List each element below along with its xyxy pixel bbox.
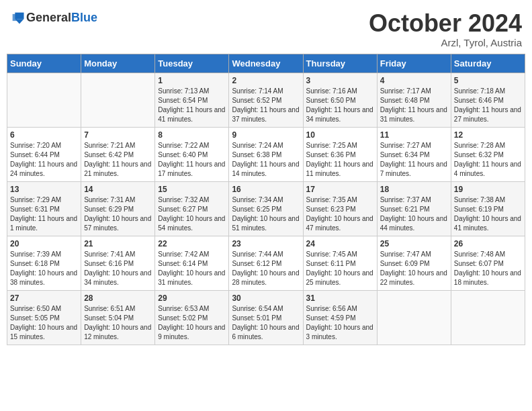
logo-blue: Blue	[71, 11, 97, 24]
day-number: 17	[306, 185, 374, 194]
cell-content: Sunrise: 7:29 AM Sunset: 6:31 PM Dayligh…	[10, 195, 78, 233]
cell-content: Sunrise: 7:13 AM Sunset: 6:54 PM Dayligh…	[158, 87, 226, 124]
cell-content: Sunrise: 6:53 AM Sunset: 5:02 PM Dayligh…	[158, 304, 226, 342]
day-number: 27	[10, 293, 78, 303]
day-number: 21	[84, 239, 152, 248]
calendar-cell: 6Sunrise: 7:20 AM Sunset: 6:44 PM Daylig…	[7, 127, 81, 181]
day-number: 15	[158, 185, 226, 194]
cell-content: Sunrise: 7:14 AM Sunset: 6:52 PM Dayligh…	[232, 87, 300, 124]
day-number: 5	[454, 76, 522, 85]
day-number: 6	[10, 130, 78, 140]
calendar-cell: 31Sunrise: 6:56 AM Sunset: 4:59 PM Dayli…	[303, 290, 377, 345]
cell-content: Sunrise: 7:48 AM Sunset: 6:07 PM Dayligh…	[454, 250, 522, 287]
cell-content: Sunrise: 7:21 AM Sunset: 6:42 PM Dayligh…	[84, 141, 152, 179]
cell-content: Sunrise: 7:18 AM Sunset: 6:46 PM Dayligh…	[454, 87, 522, 124]
day-number: 14	[84, 185, 152, 194]
day-number: 7	[84, 130, 152, 140]
calendar-cell: 14Sunrise: 7:31 AM Sunset: 6:29 PM Dayli…	[81, 181, 155, 236]
cell-content: Sunrise: 7:17 AM Sunset: 6:48 PM Dayligh…	[380, 87, 448, 124]
calendar-cell: 16Sunrise: 7:34 AM Sunset: 6:25 PM Dayli…	[229, 181, 303, 236]
calendar-cell: 28Sunrise: 6:51 AM Sunset: 5:04 PM Dayli…	[81, 290, 155, 345]
calendar-cell: 15Sunrise: 7:32 AM Sunset: 6:27 PM Dayli…	[155, 181, 229, 236]
calendar-cell: 13Sunrise: 7:29 AM Sunset: 6:31 PM Dayli…	[7, 181, 81, 236]
calendar-cell: 29Sunrise: 6:53 AM Sunset: 5:02 PM Dayli…	[155, 290, 229, 345]
calendar-week-row: 6Sunrise: 7:20 AM Sunset: 6:44 PM Daylig…	[7, 127, 525, 181]
cell-content: Sunrise: 6:56 AM Sunset: 4:59 PM Dayligh…	[306, 304, 374, 342]
cell-content: Sunrise: 7:20 AM Sunset: 6:44 PM Dayligh…	[10, 141, 78, 179]
day-number: 23	[232, 239, 300, 248]
logo: GeneralBlue	[10, 10, 97, 25]
calendar-cell: 2Sunrise: 7:14 AM Sunset: 6:52 PM Daylig…	[229, 73, 303, 127]
day-number: 29	[158, 293, 226, 303]
cell-content: Sunrise: 7:25 AM Sunset: 6:36 PM Dayligh…	[306, 141, 374, 179]
calendar-cell: 19Sunrise: 7:38 AM Sunset: 6:19 PM Dayli…	[451, 181, 525, 236]
logo-icon	[10, 10, 25, 25]
column-header-wednesday: Wednesday	[229, 54, 303, 73]
column-header-sunday: Sunday	[7, 54, 81, 73]
calendar-cell: 1Sunrise: 7:13 AM Sunset: 6:54 PM Daylig…	[155, 73, 229, 127]
cell-content: Sunrise: 7:27 AM Sunset: 6:34 PM Dayligh…	[380, 141, 448, 179]
calendar-table: SundayMondayTuesdayWednesdayThursdayFrid…	[7, 54, 525, 345]
calendar-week-row: 27Sunrise: 6:50 AM Sunset: 5:05 PM Dayli…	[7, 290, 525, 345]
calendar-cell	[81, 73, 155, 127]
day-number: 13	[10, 185, 78, 194]
cell-content: Sunrise: 7:47 AM Sunset: 6:09 PM Dayligh…	[380, 250, 448, 287]
calendar-cell	[7, 73, 81, 127]
calendar-cell: 27Sunrise: 6:50 AM Sunset: 5:05 PM Dayli…	[7, 290, 81, 345]
svg-marker-2	[13, 14, 17, 21]
calendar-cell: 7Sunrise: 7:21 AM Sunset: 6:42 PM Daylig…	[81, 127, 155, 181]
cell-content: Sunrise: 7:37 AM Sunset: 6:21 PM Dayligh…	[380, 195, 448, 233]
logo-general: General	[26, 11, 71, 24]
day-number: 31	[306, 293, 374, 303]
calendar-week-row: 20Sunrise: 7:39 AM Sunset: 6:18 PM Dayli…	[7, 236, 525, 290]
cell-content: Sunrise: 6:54 AM Sunset: 5:01 PM Dayligh…	[232, 304, 300, 342]
calendar-cell: 22Sunrise: 7:42 AM Sunset: 6:14 PM Dayli…	[155, 236, 229, 290]
column-header-friday: Friday	[377, 54, 451, 73]
calendar-cell: 20Sunrise: 7:39 AM Sunset: 6:18 PM Dayli…	[7, 236, 81, 290]
day-number: 8	[158, 130, 226, 140]
cell-content: Sunrise: 7:38 AM Sunset: 6:19 PM Dayligh…	[454, 195, 522, 233]
cell-content: Sunrise: 7:42 AM Sunset: 6:14 PM Dayligh…	[158, 250, 226, 287]
day-number: 11	[380, 130, 448, 140]
page-header: GeneralBlue October 2024 Arzl, Tyrol, Au…	[7, 7, 525, 48]
cell-content: Sunrise: 7:16 AM Sunset: 6:50 PM Dayligh…	[306, 87, 374, 124]
day-number: 1	[158, 76, 226, 85]
column-header-thursday: Thursday	[303, 54, 377, 73]
day-number: 20	[10, 239, 78, 248]
day-number: 25	[380, 239, 448, 248]
column-header-tuesday: Tuesday	[155, 54, 229, 73]
column-header-saturday: Saturday	[451, 54, 525, 73]
cell-content: Sunrise: 6:50 AM Sunset: 5:05 PM Dayligh…	[10, 304, 78, 342]
cell-content: Sunrise: 7:45 AM Sunset: 6:11 PM Dayligh…	[306, 250, 374, 287]
calendar-cell: 25Sunrise: 7:47 AM Sunset: 6:09 PM Dayli…	[377, 236, 451, 290]
day-number: 22	[158, 239, 226, 248]
location-subtitle: Arzl, Tyrol, Austria	[369, 37, 522, 48]
calendar-cell: 9Sunrise: 7:24 AM Sunset: 6:38 PM Daylig…	[229, 127, 303, 181]
month-title: October 2024	[369, 10, 522, 37]
cell-content: Sunrise: 7:24 AM Sunset: 6:38 PM Dayligh…	[232, 141, 300, 179]
day-number: 12	[454, 130, 522, 140]
cell-content: Sunrise: 7:22 AM Sunset: 6:40 PM Dayligh…	[158, 141, 226, 179]
calendar-cell: 10Sunrise: 7:25 AM Sunset: 6:36 PM Dayli…	[303, 127, 377, 181]
day-number: 24	[306, 239, 374, 248]
day-number: 16	[232, 185, 300, 194]
calendar-cell: 18Sunrise: 7:37 AM Sunset: 6:21 PM Dayli…	[377, 181, 451, 236]
day-number: 2	[232, 76, 300, 85]
calendar-cell	[377, 290, 451, 345]
day-number: 3	[306, 76, 374, 85]
day-number: 4	[380, 76, 448, 85]
day-number: 26	[454, 239, 522, 248]
calendar-cell: 4Sunrise: 7:17 AM Sunset: 6:48 PM Daylig…	[377, 73, 451, 127]
day-number: 9	[232, 130, 300, 140]
cell-content: Sunrise: 7:34 AM Sunset: 6:25 PM Dayligh…	[232, 195, 300, 233]
day-number: 30	[232, 293, 300, 303]
cell-content: Sunrise: 7:32 AM Sunset: 6:27 PM Dayligh…	[158, 195, 226, 233]
cell-content: Sunrise: 7:35 AM Sunset: 6:23 PM Dayligh…	[306, 195, 374, 233]
cell-content: Sunrise: 6:51 AM Sunset: 5:04 PM Dayligh…	[84, 304, 152, 342]
cell-content: Sunrise: 7:41 AM Sunset: 6:16 PM Dayligh…	[84, 250, 152, 287]
cell-content: Sunrise: 7:39 AM Sunset: 6:18 PM Dayligh…	[10, 250, 78, 287]
calendar-cell	[451, 290, 525, 345]
cell-content: Sunrise: 7:28 AM Sunset: 6:32 PM Dayligh…	[454, 141, 522, 179]
title-area: October 2024 Arzl, Tyrol, Austria	[369, 10, 522, 48]
calendar-header-row: SundayMondayTuesdayWednesdayThursdayFrid…	[7, 54, 525, 73]
